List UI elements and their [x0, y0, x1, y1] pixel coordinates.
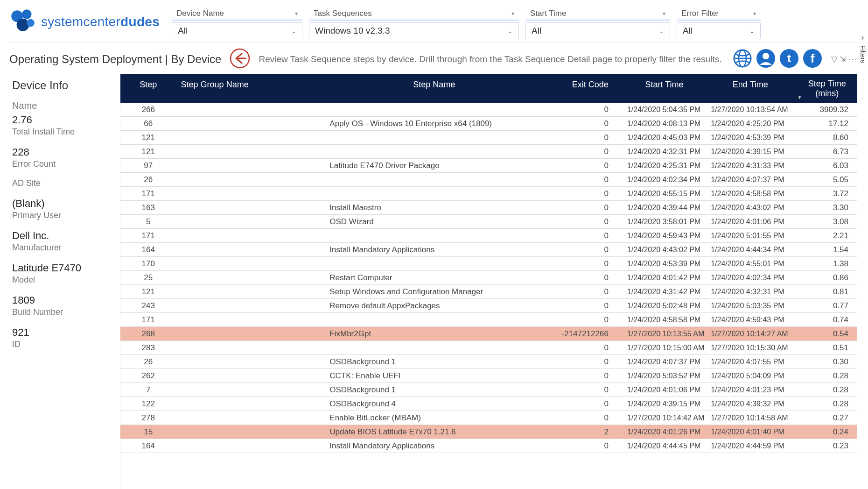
info-primary-user-label: Primary User: [12, 211, 114, 220]
table-row[interactable]: 243Remove default AppxPackages01/24/2020…: [120, 299, 860, 313]
table-row[interactable]: 28301/27/2020 10:15:00 AM1/27/2020 10:15…: [120, 341, 860, 355]
table-row[interactable]: 7OSDBackground 101/24/2020 4:01:06 PM1/2…: [120, 383, 860, 397]
table-row[interactable]: 262CCTK: Enable UEFI01/24/2020 5:03:52 P…: [120, 369, 860, 383]
td-exit: 0: [543, 159, 622, 172]
table-row[interactable]: 268FixMbr2Gpt-21472122661/27/2020 10:13:…: [120, 327, 860, 341]
svg-text:t: t: [787, 52, 791, 64]
td-end: 1/24/2020 4:01:23 PM: [706, 384, 794, 396]
td-step: 170: [120, 257, 176, 270]
table-row[interactable]: 12101/24/2020 4:45:03 PM1/24/2020 4:53:3…: [120, 131, 860, 145]
td-step: 163: [120, 201, 176, 214]
chevron-down-icon: ⌄: [659, 28, 664, 35]
twitter-icon[interactable]: t: [779, 48, 799, 71]
table-row[interactable]: 66Apply OS - Windows 10 Enterprise x64 (…: [120, 117, 860, 131]
th-step[interactable]: Step: [120, 74, 176, 103]
td-group: [176, 206, 325, 210]
chevron-down-icon: ▾: [295, 10, 298, 17]
th-group[interactable]: Step Group Name: [176, 74, 325, 103]
table-row[interactable]: 17101/24/2020 4:59:43 PM1/24/2020 5:01:5…: [120, 229, 860, 243]
td-name: OSDBackground 4: [325, 397, 543, 411]
user-icon[interactable]: [756, 48, 776, 71]
info-model-label: Model: [12, 275, 114, 285]
td-name: Apply OS - Windows 10 Enterprise x64 (18…: [325, 117, 543, 130]
table-row[interactable]: 2601/24/2020 4:02:34 PM1/24/2020 4:07:37…: [120, 173, 860, 187]
td-group: [176, 262, 325, 266]
td-start: 1/24/2020 4:02:34 PM: [623, 174, 706, 186]
td-start: 1/24/2020 3:58:01 PM: [623, 216, 706, 228]
filter-bar: Device Name▾ All⌄ Task Sequences▾ Window…: [172, 7, 860, 39]
export-icon[interactable]: ⇲: [840, 54, 847, 64]
table-row[interactable]: 164Install Mandatory Applications01/24/2…: [120, 243, 860, 257]
filter-device-name[interactable]: Device Name▾ All⌄: [172, 7, 302, 39]
svg-point-9: [763, 53, 769, 59]
td-name: [325, 108, 543, 112]
table-row[interactable]: 5OSD Wizard01/24/2020 3:58:01 PM1/24/202…: [120, 215, 860, 229]
td-mins: 0.81: [794, 285, 860, 298]
td-step: 164: [120, 243, 176, 256]
td-mins: 0.28: [794, 369, 860, 383]
table-row[interactable]: 97Latitude E7470 Driver Package01/24/202…: [120, 159, 860, 173]
table-row[interactable]: 17001/24/2020 4:53:39 PM1/24/2020 4:55:0…: [120, 257, 860, 271]
filter-task-sequences[interactable]: Task Sequences▾ Windows 10 v2.3.3⌄: [309, 7, 519, 39]
page-title: Operating System Deployment | By Device: [9, 53, 221, 66]
td-group: [176, 332, 325, 336]
svg-text:f: f: [811, 51, 815, 65]
filters-tab-label: Filters: [859, 45, 867, 63]
th-name[interactable]: Step Name: [325, 74, 543, 103]
td-name: Install Mandatory Applications: [325, 243, 543, 256]
filters-side-tab[interactable]: › Filters: [857, 28, 868, 467]
td-group: [176, 276, 325, 280]
th-end[interactable]: End Time: [706, 74, 794, 103]
td-step: 121: [120, 285, 176, 298]
info-id-value: 921: [12, 326, 114, 339]
table-row[interactable]: 15Update BIOS Latitude E7x70 1.21.621/24…: [120, 425, 860, 439]
logo-icon: [8, 7, 37, 37]
table-row[interactable]: 17101/24/2020 4:55:15 PM1/24/2020 4:58:5…: [120, 187, 860, 201]
table-row[interactable]: 17101/24/2020 4:58:58 PM1/24/2020 4:59:4…: [120, 313, 860, 327]
td-group: [176, 346, 325, 350]
td-group: [176, 248, 325, 252]
td-name: Remove default AppxPackages: [325, 299, 543, 312]
td-end: 1/27/2020 10:14:27 AM: [706, 328, 794, 340]
td-exit: 0: [543, 173, 622, 186]
td-mins: 0.74: [794, 313, 860, 326]
td-group: [176, 122, 325, 126]
chevron-right-icon: ›: [861, 33, 864, 43]
td-mins: 0.28: [794, 383, 860, 397]
table-row[interactable]: 122OSDBackground 401/24/2020 4:39:15 PM1…: [120, 397, 860, 411]
info-id-label: ID: [12, 340, 114, 349]
th-exit[interactable]: Exit Code: [543, 74, 622, 103]
filter-start-time[interactable]: Start Time▾ All⌄: [525, 7, 670, 39]
table-row[interactable]: 278Enable BitLocker (MBAM)01/27/2020 10:…: [120, 411, 860, 425]
more-icon[interactable]: ⋯: [848, 54, 857, 64]
table-row[interactable]: 121Setup Windows and Configuration Manag…: [120, 285, 860, 299]
td-end: 1/27/2020 10:14:58 AM: [706, 412, 794, 424]
th-mins[interactable]: Step Time(mins): [794, 74, 860, 103]
td-start: 1/24/2020 4:01:26 PM: [623, 426, 706, 438]
table-row[interactable]: 163Install Maestro01/24/2020 4:39:44 PM1…: [120, 201, 860, 215]
td-mins: 0.77: [794, 299, 860, 312]
td-name: Update BIOS Latitude E7x70 1.21.6: [325, 425, 543, 439]
facebook-icon[interactable]: f: [802, 48, 823, 71]
table-row[interactable]: 25Restart Computer01/24/2020 4:01:42 PM1…: [120, 271, 860, 285]
table-row[interactable]: 26OSDBackground 101/24/2020 4:07:37 PM1/…: [120, 355, 860, 369]
table-row[interactable]: 26601/24/2020 5:04:35 PM1/27/2020 10:13:…: [120, 103, 860, 117]
filter-label: Task Sequences: [314, 9, 372, 18]
td-mins: 6.73: [794, 145, 860, 158]
filter-value: Windows 10 v2.3.3: [315, 26, 390, 36]
td-start: 1/27/2020 10:15:00 AM: [623, 342, 706, 354]
table-row[interactable]: 12101/24/2020 4:32:31 PM1/24/2020 4:39:1…: [120, 145, 860, 159]
table-row[interactable]: 164Install Mandatory Applications01/24/2…: [120, 439, 860, 453]
td-end: 1/24/2020 4:55:01 PM: [706, 258, 794, 270]
table-body[interactable]: 26601/24/2020 5:04:35 PM1/27/2020 10:13:…: [120, 103, 860, 489]
td-name: [325, 262, 543, 266]
funnel-icon[interactable]: ▽: [831, 54, 838, 64]
th-start[interactable]: Start Time: [623, 74, 706, 103]
td-exit: 0: [543, 201, 622, 214]
back-button[interactable]: [230, 48, 250, 71]
td-end: 1/24/2020 4:31:33 PM: [706, 160, 794, 172]
globe-icon[interactable]: [732, 48, 753, 71]
filter-error-filter[interactable]: Error Filter▾ All⌄: [677, 7, 761, 39]
td-group: [176, 164, 325, 168]
td-step: 66: [120, 117, 176, 130]
